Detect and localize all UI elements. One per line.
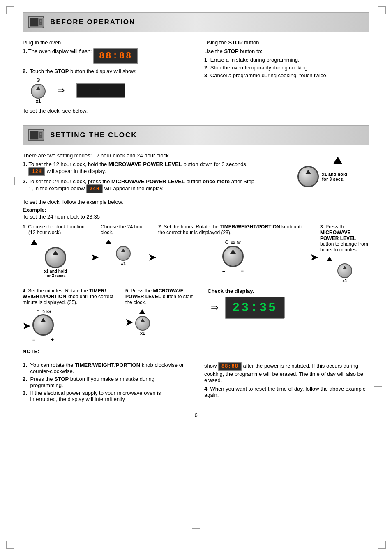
step3-box: 3. Press the MICROWAVE POWER LEVEL butto… (320, 224, 369, 283)
note-content: 1. You can rotate the TIMER/WEIGHT/PORTI… (23, 362, 369, 404)
step1b-knob (116, 246, 131, 261)
timer-icons-row: ⏱ ⚖ 🍽 (225, 240, 241, 245)
note-item-2: 2. Press the STOP button if you make a m… (23, 376, 188, 388)
step5-box: 5. Press the MICROWAVE POWER LEVEL butto… (125, 288, 199, 336)
step2-text-line: 2. Touch the STOP button the display wil… (23, 68, 188, 74)
setting-clock-section: SETTING THE CLOCK There are two setting … (23, 125, 369, 404)
hollow-arrow-right: ⇒ (57, 85, 65, 96)
step2-stop-word: STOP (54, 68, 69, 74)
stop-step2-num: 2. (204, 64, 209, 71)
step1-x1-hold: x1 and hold for 3 secs. (44, 269, 67, 278)
clock-step1-num: 1. (23, 161, 28, 167)
clock-intro-area: There are two setting modes: 12 hour clo… (23, 152, 369, 196)
svg-point-9 (40, 136, 42, 137)
weight-icon: ⚖ (231, 240, 235, 245)
svg-rect-2 (39, 19, 42, 25)
step3-triangle (327, 257, 332, 263)
clock-step1-text: To set the 12 hour clock, hold the MICRO… (28, 161, 258, 176)
step1-text: The oven display will flash: (28, 48, 92, 54)
step1-num-ex: 1. (23, 224, 28, 230)
check-display-visual: ⇒ 23:35 (208, 297, 285, 319)
step5-knob (135, 316, 150, 331)
hollow-arrow-check: ⇒ (211, 302, 218, 313)
corner-mark-bl (6, 541, 14, 549)
step1-desc: 1. Choose the clock function. (12 hour c… (23, 224, 88, 235)
note3-num: 3. (23, 390, 28, 396)
plus-minus: – + (222, 268, 244, 274)
step5-knob-area: x1 (135, 309, 150, 336)
plus-sign: + (240, 268, 244, 274)
step4-desc: 4. Set the minutes. Rotate the TIMER/WEI… (23, 288, 117, 305)
step1b-knob-area: x1 (101, 240, 146, 266)
step1-box: 1. Choose the clock function. (12 hour c… (23, 224, 88, 278)
clock-intro-left: There are two setting modes: 12 hour clo… (23, 152, 258, 196)
svg-rect-6 (30, 131, 38, 139)
step5-num: 5. (125, 288, 131, 294)
svg-marker-13 (327, 257, 332, 261)
plug-line: Plug in the oven. (23, 39, 188, 46)
clock-intro-right: x1 and hold for 3 secs. (275, 152, 369, 196)
using-the: Using the (204, 39, 228, 46)
stop-step1-num: 1. (204, 57, 209, 63)
arrow-1b-to-2: ➤ (148, 244, 156, 263)
filled-arrow-4: ➤ (23, 321, 30, 332)
x1-label-step2: x1 (36, 99, 41, 104)
step3-knob-tri (343, 266, 347, 269)
note-item-1: 1. You can rotate the TIMER/WEIGHT/PORTI… (23, 362, 188, 374)
note1-text: You can rotate the TIMER/WEIGHT/PORTION … (30, 362, 188, 374)
clock-word: clock. (101, 230, 113, 235)
note3-text: If the electrical power supply to your m… (30, 390, 188, 402)
hold-knob-area: x1 and hold for 3 secs. (297, 157, 347, 187)
hold-knob-row: x1 and hold for 3 secs. (297, 166, 347, 187)
example-label: Example: (23, 207, 369, 213)
corner-mark-br (378, 541, 386, 549)
step2-big-knob (222, 246, 244, 267)
note-right-col: show 88:88 after the power is reinstated… (204, 362, 369, 404)
step2-num: 2. (23, 68, 27, 74)
stop-step2-text: Stop the oven temporarily during cooking… (210, 64, 309, 71)
check-display-label: Check the display. (208, 288, 254, 294)
filled-arrow-2: ➤ (148, 252, 156, 263)
knob-triangle (36, 86, 40, 90)
corner-mark-tr (378, 6, 386, 14)
clock-step2-text: To set the 24 hour clock, press the MICR… (28, 178, 258, 193)
note-left-list: 1. You can rotate the TIMER/WEIGHT/PORTI… (23, 362, 188, 402)
step1-knob-tri (53, 251, 58, 255)
step4-big-knob (32, 314, 54, 336)
led-dark-colon: : (98, 86, 104, 94)
led-final-display: 23:35 (225, 297, 285, 319)
step1b-x1: x1 (121, 261, 126, 266)
clock-step2-line: 2. To set the 24 hour clock, press the M… (23, 178, 258, 193)
filled-arrow-1: ➤ (91, 252, 98, 263)
step4-box: 4. Set the minutes. Rotate the TIMER/WEI… (23, 288, 117, 343)
svg-marker-12 (106, 240, 111, 244)
stop-use-text2: button to: (239, 48, 263, 54)
x1-hold-label: x1 and hold for 3 secs. (322, 172, 347, 182)
note-section: NOTE: 1. You can rotate the TIMER/WEIGHT… (23, 348, 369, 404)
step5-text: Press the MICROWAVE POWER LEVEL button t… (125, 288, 193, 305)
step3-num-ex: 3. (320, 224, 325, 230)
hold-knob-triangle (305, 170, 311, 174)
led-dark-display: : (76, 83, 125, 98)
step3-knob-area: x1 (320, 257, 369, 283)
knob-step2-container: ⊘ x1 (31, 77, 46, 104)
step4-knob-area: ⏱ ⚖ 🍽 – + (32, 309, 54, 343)
step1b-desc: Choose the 24 hour clock. (101, 224, 146, 235)
step2-prefix: Touch the (30, 68, 54, 74)
note4-num: 4. (204, 386, 210, 392)
note2-num: 2. (23, 376, 28, 382)
timer-icon: ⏱ (225, 240, 229, 245)
stop-bold: STOP (224, 48, 238, 54)
svg-marker-10 (333, 157, 342, 164)
step2-num-ex: 2. (158, 224, 164, 230)
step4-plus-minus: – + (32, 336, 54, 343)
stop-step-1: 1. Erase a mistake during programming. (204, 57, 369, 63)
step4-plus: + (51, 336, 54, 343)
svg-point-3 (40, 20, 42, 22)
step1-knob (45, 247, 66, 268)
step4-knob-tri (40, 318, 46, 322)
note-left-col: 1. You can rotate the TIMER/WEIGHT/PORTI… (23, 362, 188, 404)
setting-clock-title: SETTING THE CLOCK (50, 131, 137, 139)
stop-step-2: 2. Stop the oven temporarily during cook… (204, 64, 369, 71)
svg-marker-14 (139, 309, 145, 314)
